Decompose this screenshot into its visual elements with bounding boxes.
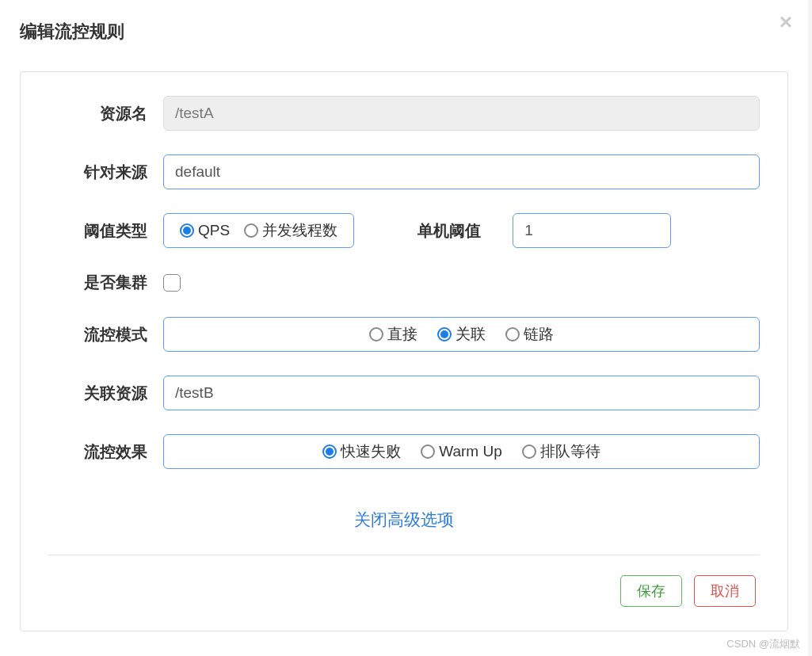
radio-checked-icon [180, 223, 194, 238]
flow-effect-row: 流控效果 快速失败 Warm Up 排队等待 [48, 434, 760, 469]
radio-unchecked-icon [505, 327, 520, 341]
radio-checked-icon [322, 444, 337, 459]
flow-effect-label: 流控效果 [48, 441, 163, 463]
related-resource-input[interactable] [163, 376, 760, 410]
threshold-qps-label: QPS [198, 222, 230, 239]
cluster-label: 是否集群 [48, 272, 163, 293]
close-icon[interactable]: × [780, 10, 792, 35]
resource-name-row: 资源名 [48, 96, 760, 131]
flow-effect-radio-group: 快速失败 Warm Up 排队等待 [163, 434, 760, 469]
flow-effect-warmup-label: Warm Up [439, 443, 502, 460]
modal-footer: 保存 取消 [48, 575, 760, 607]
edit-flow-rule-modal: 编辑流控规则 × 资源名 针对来源 阈值类型 QPS [0, 0, 808, 656]
divider [48, 555, 760, 555]
single-threshold-label: 单机阈值 [417, 220, 481, 242]
watermark: CSDN @流烟默 [726, 637, 800, 651]
threshold-thread-radio[interactable]: 并发线程数 [244, 220, 337, 241]
source-label: 针对来源 [48, 162, 163, 183]
flow-effect-queue-label: 排队等待 [540, 441, 600, 462]
related-resource-row: 关联资源 [48, 376, 760, 410]
threshold-type-radio-group: QPS 并发线程数 [163, 213, 354, 248]
flow-effect-warmup-radio[interactable]: Warm Up [421, 443, 502, 460]
flow-effect-fastfail-radio[interactable]: 快速失败 [322, 441, 401, 462]
flow-mode-direct-label: 直接 [387, 324, 417, 345]
modal-header: 编辑流控规则 × [0, 0, 808, 59]
radio-unchecked-icon [522, 444, 536, 459]
flow-mode-relate-radio[interactable]: 关联 [437, 324, 486, 345]
single-threshold-input[interactable] [513, 213, 671, 248]
save-button[interactable]: 保存 [620, 575, 682, 607]
source-input[interactable] [163, 154, 760, 189]
flow-mode-radio-group: 直接 关联 链路 [163, 317, 760, 352]
threshold-thread-label: 并发线程数 [262, 220, 337, 241]
flow-mode-chain-label: 链路 [524, 324, 554, 345]
modal-body: 资源名 针对来源 阈值类型 QPS 并发线程数 [20, 71, 788, 631]
flow-mode-direct-radio[interactable]: 直接 [369, 324, 417, 345]
advanced-toggle-link[interactable]: 关闭高级选项 [354, 510, 454, 528]
radio-unchecked-icon [369, 327, 383, 341]
resource-name-label: 资源名 [48, 103, 163, 124]
flow-mode-relate-label: 关联 [456, 324, 486, 345]
threshold-type-label: 阈值类型 [48, 220, 163, 242]
flow-effect-fastfail-label: 快速失败 [341, 441, 401, 462]
threshold-qps-radio[interactable]: QPS [180, 222, 230, 239]
cluster-checkbox[interactable] [163, 274, 181, 292]
cancel-button[interactable]: 取消 [694, 575, 756, 607]
resource-name-input [163, 96, 760, 131]
radio-checked-icon [437, 327, 452, 341]
cluster-row: 是否集群 [48, 272, 760, 293]
modal-title: 编辑流控规则 [20, 20, 788, 44]
flow-effect-queue-radio[interactable]: 排队等待 [522, 441, 600, 462]
advanced-toggle-wrap: 关闭高级选项 [48, 509, 760, 531]
flow-mode-row: 流控模式 直接 关联 链路 [48, 317, 760, 352]
threshold-row: 阈值类型 QPS 并发线程数 单机阈值 [48, 213, 760, 248]
radio-unchecked-icon [244, 223, 258, 238]
related-resource-label: 关联资源 [48, 383, 163, 404]
flow-mode-chain-radio[interactable]: 链路 [505, 324, 554, 345]
radio-unchecked-icon [421, 444, 435, 459]
flow-mode-label: 流控模式 [48, 324, 163, 345]
source-row: 针对来源 [48, 154, 760, 189]
